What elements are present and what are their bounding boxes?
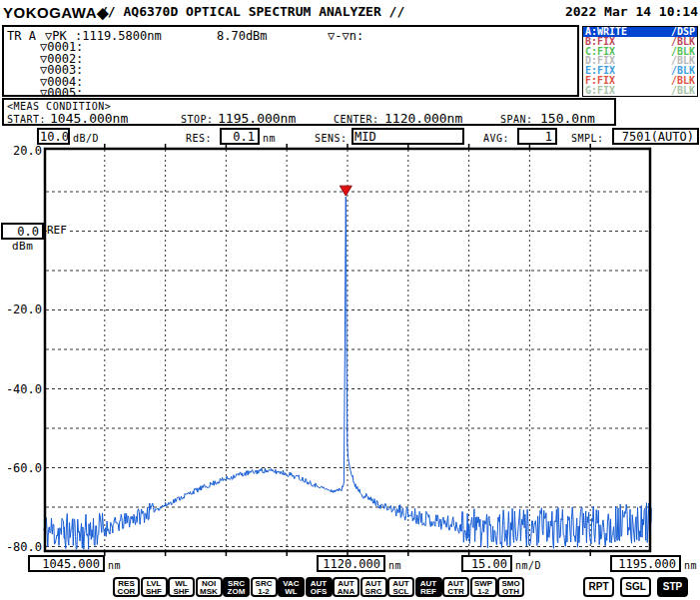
x-center-unit: nm (388, 561, 401, 571)
x-axis-labels: 1045.000 nm 1120.000 nm 15.00 nm/D 1195.… (0, 554, 700, 574)
soft-button-noi-msk[interactable]: NOI MSK (196, 577, 223, 597)
x-scale-unit: nm/D (515, 561, 541, 571)
span-label: SPAN: (500, 115, 533, 125)
header-bar: YOKOGAWA◆ // AQ6370D OPTICAL SPECTRUM AN… (0, 0, 700, 24)
stop-label: STOP: (181, 115, 214, 125)
x-center-box[interactable]: 1120.000 (317, 555, 385, 572)
spectrum-plot-area[interactable] (44, 148, 651, 552)
soft-button-aut-scl[interactable]: AUT SCL (387, 577, 414, 597)
softkey-group: RES CORLVL SHFWL SHFNOI MSKSRC ZOMSRC 1-… (113, 577, 525, 597)
soft-button-smo-oth[interactable]: SMO OTH (497, 577, 524, 597)
res-unit: nm (263, 134, 276, 144)
x-stop-unit: nm (684, 561, 697, 571)
span-value: 150.0nm (540, 112, 595, 125)
trace-list-panel: A:WRITE/DSPB:FIX/BLKC:FIX/BLKD:FIX/BLKE:… (582, 26, 698, 97)
soft-button-src-zom[interactable]: SRC ZOM (223, 577, 250, 597)
start-value: 1045.000nm (50, 112, 128, 125)
trace-label: TR A (7, 30, 36, 42)
peak-marker-icon (340, 186, 351, 196)
marker-row: ▽0002: (4, 54, 579, 66)
softkey-bar: RES CORLVL SHFWL SHFNOI MSKSRC ZOMSRC 1-… (0, 577, 700, 598)
meas-condition-panel: <MEAS CONDITION> START: 1045.000nm STOP:… (2, 98, 616, 126)
logo-text: YOKOGAWA (3, 4, 97, 21)
trace-name: G:FIX (585, 86, 615, 96)
sens-value-box[interactable]: MID (351, 128, 464, 145)
y-tick-label: -20.0 (0, 303, 42, 316)
soft-button-res-cor[interactable]: RES COR (113, 577, 140, 597)
smpl-value-box[interactable]: 7501(AUTO) (612, 128, 699, 145)
soft-button-aut-src[interactable]: AUT SRC (360, 577, 387, 597)
stop-sweep-button[interactable]: STP (657, 577, 688, 597)
trace-display-mode: /BLK (671, 86, 695, 96)
soft-button-aut-ofs[interactable]: AUT OFS (306, 577, 333, 597)
sens-label: SENS: (315, 134, 348, 144)
soft-button-src-1-2[interactable]: SRC 1-2 (251, 577, 278, 597)
peak-level: 8.70dBm (217, 30, 268, 42)
y-tick-label: 20.0 (0, 145, 42, 158)
y-tick-label: -80.0 (0, 541, 42, 554)
spectrum-plot (44, 148, 651, 552)
soft-button-swp-1-2[interactable]: SWP 1-2 (470, 577, 497, 597)
marker-row: ▽0003: (4, 65, 579, 77)
x-start-unit: nm (108, 561, 121, 571)
delta-marker-label: ▽-▽n: (328, 30, 363, 42)
ref-level-box[interactable]: 0.0 (1, 223, 44, 240)
start-label: START: (7, 115, 46, 125)
level-scale-box[interactable]: 10.0 (37, 128, 70, 145)
marker-row: ▽0004: (4, 77, 579, 89)
datetime: 2022 Mar 14 10:14 (565, 5, 698, 18)
ref-line-label: REF (47, 225, 67, 236)
center-value: 1120.000nm (384, 112, 462, 125)
peak-wavelength: :1119.5800nm (75, 30, 162, 42)
trace-row-g[interactable]: G:FIX/BLK (583, 86, 697, 96)
avg-value-box[interactable]: 1 (517, 128, 557, 145)
soft-button-wl-shf[interactable]: WL SHF (168, 577, 195, 597)
app-title: // AQ6370D OPTICAL SPECTRUM ANALYZER // (100, 5, 404, 18)
x-scale-box[interactable]: 15.00 (461, 555, 512, 572)
res-value-box[interactable]: 0.1 (220, 128, 260, 145)
avg-label: AVG: (483, 134, 509, 144)
smpl-label: SMPL: (571, 134, 604, 144)
soft-button-aut-ctr[interactable]: AUT CTR (442, 577, 469, 597)
stop-value: 1195.000nm (218, 112, 296, 125)
soft-button-vac-wl[interactable]: VAC WL (278, 577, 305, 597)
x-start-box[interactable]: 1045.000 (28, 555, 105, 572)
soft-button-aut-ref[interactable]: AUT REF (415, 577, 442, 597)
soft-button-aut-ana[interactable]: AUT ANA (333, 577, 359, 597)
center-label: CENTER: (334, 115, 379, 125)
repeat-sweep-button[interactable]: RPT (583, 577, 614, 597)
y-tick-label: -60.0 (0, 462, 42, 475)
single-sweep-button[interactable]: SGL (620, 577, 651, 597)
level-scale-unit: dB/D (73, 134, 99, 144)
marker-row-list: ▽0001:▽0002:▽0003:▽0004:▽0005: (4, 42, 579, 100)
y-tick-label: -40.0 (0, 383, 42, 396)
x-stop-box[interactable]: 1195.000 (610, 555, 681, 572)
yokogawa-logo: YOKOGAWA◆ (3, 4, 109, 22)
ref-level-unit: dBm (12, 242, 33, 252)
marker-readout-panel: TR A ▽PK :1119.5800nm 8.70dBm ▽-▽n: ▽000… (2, 25, 579, 97)
soft-button-lvl-shf[interactable]: LVL SHF (141, 577, 168, 597)
marker-row: ▽0001: (4, 42, 579, 54)
res-label: RES: (186, 134, 212, 144)
